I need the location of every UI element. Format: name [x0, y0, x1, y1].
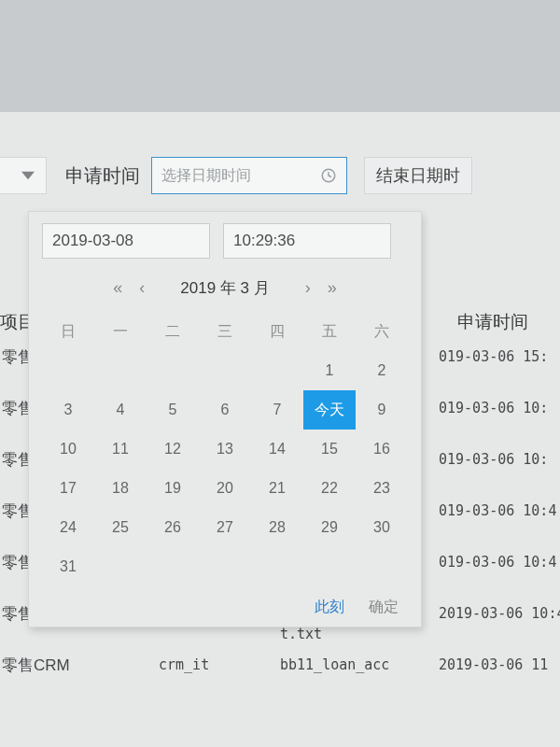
weekday: 二 — [147, 312, 199, 351]
calendar-day[interactable]: 14 — [251, 430, 303, 469]
cell-time: 2019-03-06 11 — [439, 656, 548, 673]
weekday: 三 — [199, 312, 251, 351]
calendar-day — [147, 351, 199, 390]
cell-time: 019-03-06 10: — [439, 451, 548, 468]
calendar-day[interactable]: 23 — [356, 469, 408, 508]
calendar-day[interactable]: 27 — [199, 508, 251, 547]
col-applied: 申请时间 — [457, 310, 528, 334]
datetime-input[interactable]: 选择日期时间 — [151, 157, 347, 194]
calendar-title: 2019 年 3 月 — [180, 277, 269, 299]
weekday: 一 — [94, 312, 147, 351]
calendar-day[interactable]: 18 — [94, 469, 147, 508]
calendar-day[interactable]: 17 — [42, 469, 94, 508]
calendar-day — [199, 547, 251, 586]
calendar-day — [94, 351, 147, 390]
weekday: 六 — [356, 312, 408, 351]
cell-time: 019-03-06 15: — [439, 348, 548, 365]
calendar-day[interactable]: 26 — [147, 508, 199, 547]
calendar-day[interactable]: 15 — [303, 430, 356, 469]
calendar-day[interactable]: 今天 — [303, 390, 356, 430]
calendar-day[interactable]: 29 — [303, 508, 356, 547]
cell-time: 019-03-06 10:4 — [439, 554, 556, 571]
calendar-day — [42, 351, 94, 390]
calendar-day[interactable]: 30 — [356, 508, 408, 547]
filter-label-applytime: 申请时间 — [65, 163, 140, 189]
calendar-day[interactable]: 16 — [356, 430, 408, 469]
date-field[interactable] — [42, 223, 210, 259]
calendar-day[interactable]: 4 — [94, 390, 147, 430]
cell-file: t.txt — [280, 626, 322, 642]
calendar-day[interactable]: 22 — [303, 469, 356, 508]
project-dropdown[interactable] — [0, 157, 47, 194]
calendar-day[interactable]: 10 — [42, 430, 94, 469]
end-date-label: 结束日期时 — [376, 164, 460, 187]
calendar-day[interactable]: 19 — [147, 469, 199, 508]
calendar-day[interactable]: 3 — [42, 390, 94, 430]
end-date-input[interactable]: 结束日期时 — [364, 157, 472, 194]
calendar-day[interactable]: 11 — [94, 430, 147, 469]
calendar-day[interactable]: 20 — [199, 469, 251, 508]
datetime-placeholder: 选择日期时间 — [161, 166, 251, 186]
cell-time: 019-03-06 10: — [439, 400, 548, 416]
cell-project: 零售CRM — [2, 655, 70, 676]
caret-down-icon — [21, 169, 35, 182]
calendar-day[interactable]: 5 — [147, 390, 199, 430]
now-button[interactable]: 此刻 — [315, 598, 344, 617]
weekday: 四 — [251, 312, 303, 351]
cell-time: 2019-03-06 10:4 — [439, 605, 560, 622]
calendar-day[interactable]: 12 — [147, 430, 199, 469]
cell-file: bb11_loan_acc — [280, 656, 389, 673]
calendar-day[interactable]: 31 — [42, 547, 94, 586]
calendar-day[interactable]: 9 — [356, 390, 408, 430]
clock-icon — [320, 167, 337, 184]
calendar-day — [303, 547, 356, 586]
prev-month-button[interactable]: ‹ — [135, 278, 148, 298]
calendar-day[interactable]: 6 — [199, 390, 251, 430]
calendar-day[interactable]: 24 — [42, 508, 94, 547]
calendar-grid: 日一二三四五六 1234567今天91011121314151617181920… — [42, 312, 408, 586]
calendar-day[interactable]: 28 — [251, 508, 303, 547]
calendar-day[interactable]: 25 — [94, 508, 147, 547]
next-month-button[interactable]: › — [301, 278, 315, 298]
calendar-day — [94, 547, 147, 586]
prev-year-button[interactable]: « — [109, 278, 126, 298]
ok-button[interactable]: 确定 — [369, 598, 399, 617]
calendar-day — [147, 547, 199, 586]
calendar-day — [251, 351, 303, 390]
cell-user: crm_it — [159, 656, 209, 673]
calendar-day[interactable]: 1 — [303, 351, 356, 390]
calendar-day — [199, 351, 251, 390]
calendar-day — [356, 547, 408, 586]
calendar-day — [251, 547, 303, 586]
datetime-picker: « ‹ 2019 年 3 月 › » 日一二三四五六 1234567今天9101… — [28, 211, 422, 627]
calendar-day[interactable]: 21 — [251, 469, 303, 508]
weekday: 日 — [42, 312, 94, 351]
calendar-day[interactable]: 13 — [199, 430, 251, 469]
time-field[interactable] — [223, 223, 391, 259]
calendar-day[interactable]: 7 — [251, 390, 303, 430]
calendar-day[interactable]: 2 — [356, 351, 408, 390]
cell-time: 019-03-06 10:4 — [439, 502, 556, 519]
weekday: 五 — [303, 312, 356, 351]
next-year-button[interactable]: » — [324, 278, 341, 298]
